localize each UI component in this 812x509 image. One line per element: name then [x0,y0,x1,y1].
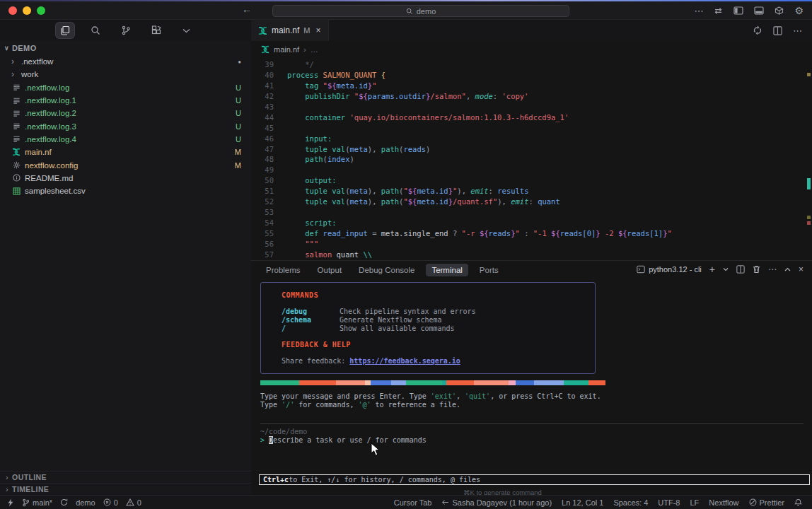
more-actions-icon[interactable]: ⋯ [694,6,703,16]
code-line[interactable]: 57 salmon quant \\ [251,250,805,260]
panel-tab-terminal[interactable]: Terminal [426,264,468,276]
code-line[interactable]: 54 script: [251,218,805,228]
chat-prompt[interactable]: > Describe a task or use / for commands [260,436,427,444]
feedback-link[interactable]: https://feedback.seqera.io [349,357,460,365]
folder-item-work[interactable]: ›work [0,68,251,81]
code-editor: main.nf › … 39 */40process SALMON_QUANT … [251,41,812,260]
status-item-lf[interactable]: LF [690,498,700,507]
overview-ruler[interactable] [805,41,812,260]
status-item-sync[interactable] [60,498,68,506]
breadcrumb[interactable]: main.nf › … [251,41,812,58]
split-terminal-icon[interactable] [736,265,745,274]
code-line[interactable]: 52 tuple val(meta), path("${meta.id}/qua… [251,197,805,207]
file-item-nextflow-config[interactable]: nextflow.configM [0,158,251,171]
status-item-utf-8[interactable]: UTF-8 [658,498,680,507]
search-view-icon[interactable] [86,23,105,38]
code-line[interactable]: 47 tuple val(meta), path(reads) [251,144,805,155]
maximize-window-button[interactable] [37,6,45,15]
file-item-README-md[interactable]: README.md [0,172,251,185]
terminal-dropdown-chevron-icon[interactable] [723,267,729,271]
status-item-0[interactable]: 0 [103,498,118,507]
outline-section[interactable]: › OUTLINE [0,471,251,483]
tab-main-nf[interactable]: main.nf M × [251,20,329,41]
back-arrow-icon[interactable]: ← [242,4,252,15]
timeline-section[interactable]: › TIMELINE [0,483,251,495]
code-line[interactable]: 44 container 'quay.io/biocontainers/salm… [251,112,805,123]
file-item--nextflow-log-1[interactable]: .nextflow.log.1U [0,94,251,107]
toggle-panel-icon[interactable] [754,6,764,15]
command-center-search[interactable]: demo [272,5,569,17]
kill-terminal-trash-icon[interactable] [753,265,760,274]
more-views-chevron-icon[interactable] [178,23,196,38]
panel-more-actions-icon[interactable]: ⋯ [768,264,777,274]
status-item-main[interactable]: main* [22,498,52,507]
status-item-sasha-dagayev-1-hour-ago[interactable]: Sasha Dagayev (1 hour ago) [441,498,552,507]
status-item-prettier[interactable]: Prettier [749,498,784,507]
code-line[interactable]: 56 """ [251,239,805,250]
explorer-view-icon[interactable] [56,23,74,38]
code-line[interactable]: 39 */ [251,59,805,70]
status-item-demo[interactable]: demo [76,498,95,507]
folder-item--nextflow[interactable]: ›.nextflow● [0,55,251,68]
sync-arrows-icon[interactable] [714,7,723,15]
status-item-nextflow[interactable]: Nextflow [709,498,738,507]
code-line[interactable]: 50 output: [251,175,805,186]
extensions-view-icon[interactable] [147,23,166,38]
settings-gear-icon[interactable]: ⚙ [794,5,804,16]
code-line[interactable]: 43 [251,102,805,112]
terminal-content[interactable]: COMMANDS /debugCheck pipeline syntax and… [251,279,812,495]
panel-tab-output[interactable]: Output [312,264,348,276]
status-item-spaces-4[interactable]: Spaces: 4 [613,498,648,507]
toggle-sidebar-icon[interactable] [733,6,743,15]
status-item-bell[interactable] [794,498,802,507]
customize-layout-icon[interactable] [775,6,784,15]
new-terminal-icon[interactable]: + [709,264,715,275]
file-item-samplesheet-csv[interactable]: samplesheet.csv [0,185,251,197]
status-item-ln-12-col-1[interactable]: Ln 12, Col 1 [562,498,603,507]
panel-tab-ports[interactable]: Ports [474,264,504,276]
traffic-lights [8,6,45,15]
breadcrumb-separator: › [303,45,306,54]
panel-tab-debug-console[interactable]: Debug Console [353,264,420,276]
status-item-0[interactable]: 0 [126,498,141,507]
code-line[interactable]: 42 publishDir "${params.outdir}/salmon",… [251,91,805,102]
file-item--nextflow-log-4[interactable]: .nextflow.log.4U [0,133,251,146]
git-status-badge: U [236,109,241,117]
close-panel-icon[interactable]: × [799,264,804,274]
tab-close-icon[interactable]: × [316,25,321,35]
file-item--nextflow-log-2[interactable]: .nextflow.log.2U [0,107,251,119]
code-line[interactable]: 49 [251,165,805,175]
maximize-panel-chevron-icon[interactable] [784,267,791,271]
close-window-button[interactable] [8,6,17,15]
code-line[interactable]: 46 input: [251,134,805,144]
panel-tab-problems[interactable]: Problems [260,264,306,276]
line-number: 39 [251,59,274,70]
code-line[interactable]: 41 tag "${meta.id}" [251,81,805,91]
blame-icon [441,499,449,505]
file-tree: ›.nextflow●›work.nextflow.logU.nextflow.… [0,55,251,197]
code-line[interactable]: 55 def read_input = meta.single_end ? "-… [251,228,805,239]
command-name: /schema [282,316,340,324]
source-control-view-icon[interactable] [117,23,135,38]
file-item--nextflow-log[interactable]: .nextflow.logU [0,81,251,94]
explorer-section-header[interactable]: ∨ DEMO [0,41,251,55]
code-area[interactable]: 39 */40process SALMON_QUANT {41 tag "${m… [251,59,805,260]
code-line[interactable]: 45 [251,123,805,134]
status-item-cursor-tab[interactable]: Cursor Tab [394,498,432,507]
minimize-window-button[interactable] [23,6,31,15]
log-icon [11,110,21,117]
editor-actions: ⋯ [753,20,802,41]
split-editor-icon[interactable] [773,26,782,35]
status-item-lightning[interactable] [7,498,14,507]
terminal-profile[interactable]: python3.12 - cli [637,265,702,274]
open-changes-icon[interactable] [753,25,762,35]
outline-label: OUTLINE [12,473,47,481]
code-line[interactable]: 40process SALMON_QUANT { [251,70,805,81]
editor-more-actions-icon[interactable]: ⋯ [793,25,802,36]
code-line[interactable]: 51 tuple val(meta), path("${meta.id}"), … [251,186,805,197]
code-line[interactable]: 48 path(index) [251,154,805,165]
file-item--nextflow-log-3[interactable]: .nextflow.log.3U [0,119,251,132]
code-line[interactable]: 53 [251,207,805,218]
file-item-main-nf[interactable]: main.nfM [0,146,251,158]
folder-modified-dot: ● [238,59,241,65]
